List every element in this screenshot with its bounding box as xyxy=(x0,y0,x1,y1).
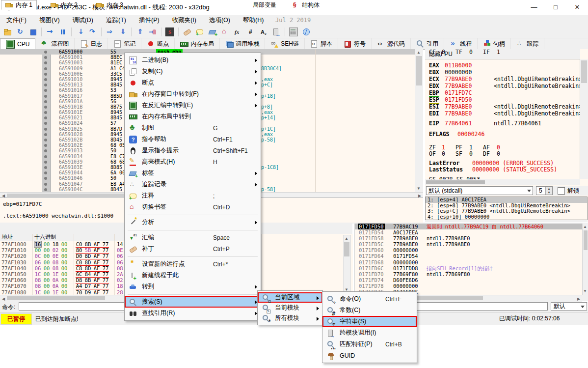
toolbar-button[interactable] xyxy=(117,27,129,37)
stack-vertical-scrollbar[interactable]: ▲ ▼ xyxy=(582,224,588,295)
context-menu-item[interactable]: 汇编 Space xyxy=(125,232,261,243)
context-menu-item[interactable]: 在内存布局中转到 xyxy=(125,111,261,122)
menu-bar-item[interactable]: 视图(V) xyxy=(33,15,66,26)
menu-bar-item[interactable]: 调试(D) xyxy=(66,15,100,26)
stack-row[interactable]: 0171FD60 00000000 xyxy=(355,247,583,253)
tab-memory-3[interactable]: 内存 3 xyxy=(92,0,127,10)
view-tab[interactable]: 源代码 xyxy=(372,38,411,49)
calling-convention-select[interactable]: 默认 (stdcall) xyxy=(426,186,533,195)
context-menu-item[interactable]: 在内存窗口中转到(F) xyxy=(125,88,261,100)
menu-bar-item[interactable]: 追踪(T) xyxy=(100,15,133,26)
instruction-dot-icon[interactable] xyxy=(44,155,47,158)
toolbar-button[interactable] xyxy=(71,28,72,36)
stack-row[interactable]: 0171FD68 00000000 xyxy=(355,259,583,265)
stack-row[interactable]: 0171FD54 A0C17EEA xyxy=(355,229,583,235)
argument-count-spinner[interactable]: 5▲▼ xyxy=(536,186,553,195)
instruction-dot-icon[interactable] xyxy=(44,67,47,70)
stack-row[interactable]: 0171FD74 D60FE6D6 xyxy=(355,277,583,283)
disassembly-vertical-scrollbar[interactable]: ▲ ▼ xyxy=(415,49,423,192)
view-tab[interactable]: 日志 xyxy=(75,38,108,49)
register-row[interactable]: ESP 0171FD50 xyxy=(425,96,580,103)
submenu-item[interactable]: * 所有模块 xyxy=(258,313,322,323)
context-menu-item[interactable] xyxy=(125,292,261,296)
register-row[interactable]: EDI 77B9ABE0 <ntdll.DbgUiRemoteBreakin> xyxy=(425,110,580,117)
submenu-item[interactable]: … 匹配特征(P) Ctrl+B xyxy=(322,339,417,350)
instruction-dot-icon[interactable] xyxy=(44,56,47,59)
context-menu-item[interactable]: 断点 xyxy=(125,77,261,88)
menu-bar-item[interactable]: 收藏夹(I) xyxy=(166,15,203,26)
toolbar-button[interactable] xyxy=(44,27,56,37)
instruction-dot-icon[interactable] xyxy=(44,100,47,103)
maximize-button[interactable]: □ xyxy=(545,0,566,15)
submenu-item[interactable]: › 命令(O) Ctrl+F xyxy=(322,293,417,305)
instruction-dot-icon[interactable] xyxy=(44,144,47,147)
context-menu-item[interactable]: 切换书签 Ctrl+D xyxy=(125,201,261,213)
menu-bar-item[interactable]: 选项(O) xyxy=(203,15,237,26)
context-menu-item[interactable]: 制图 G xyxy=(125,122,261,134)
toolbar-button[interactable] xyxy=(101,28,102,36)
view-tab[interactable]: 内存布局 xyxy=(175,38,220,49)
context-menu-item[interactable] xyxy=(125,228,261,232)
view-tab[interactable]: 断点 xyxy=(141,38,175,49)
locals-vertical-scrollbar[interactable]: ▲ ▼ xyxy=(343,235,351,294)
view-tab[interactable]: 线程 xyxy=(444,38,478,49)
submenu-item[interactable]: # 常数(C) xyxy=(322,305,417,316)
context-menu-item[interactable]: 设置新的运行点 Ctrl+* xyxy=(125,258,261,270)
view-tab[interactable]: 脚本 xyxy=(305,38,338,49)
instruction-dot-icon[interactable] xyxy=(44,106,47,109)
minimize-button[interactable]: — xyxy=(523,0,545,15)
context-menu-item[interactable]: 二进制(B) xyxy=(125,55,261,66)
context-menu-item[interactable]: 注释 ; xyxy=(125,190,261,201)
stack-row[interactable]: 0171FD6C 0171FDD8 指向SEH_Record[1]的指针 xyxy=(355,265,583,271)
context-menu-item[interactable]: 新建线程于此 xyxy=(125,270,261,281)
submenu-item[interactable]: “ 字符串(S) xyxy=(322,316,417,327)
toolbar-button[interactable] xyxy=(14,27,26,37)
toolbar-button[interactable] xyxy=(134,27,146,37)
context-menu-item[interactable] xyxy=(125,213,261,217)
instruction-dot-icon[interactable] xyxy=(44,177,47,180)
toolbar-button[interactable] xyxy=(258,27,269,37)
register-row[interactable]: EAX 01186000 xyxy=(425,62,580,69)
instruction-dot-icon[interactable] xyxy=(44,95,47,98)
tab-memory-1[interactable]: 内存 1 xyxy=(1,0,37,10)
instruction-dot-icon[interactable] xyxy=(44,188,47,191)
register-row[interactable]: ESI 77B9ABE0 <ntdll.DbgUiRemoteBreakin> xyxy=(425,103,580,110)
view-tab[interactable]: 跟踪 xyxy=(511,38,544,49)
context-menu-item[interactable]: 高亮模式(H) H xyxy=(125,156,261,168)
instruction-dot-icon[interactable] xyxy=(44,133,47,136)
view-tab[interactable]: SEH链 xyxy=(265,38,305,49)
toolbar-button[interactable] xyxy=(131,28,132,36)
toolbar-button[interactable] xyxy=(219,27,231,37)
stack-pane[interactable]: 0171FD50 77B9AC19 返回到 ntdll.77B9AC19 自 n… xyxy=(354,224,583,295)
stack-row[interactable]: 0171FD78 00000000 xyxy=(355,283,583,289)
command-mode-select[interactable]: 默认 xyxy=(551,302,587,311)
context-menu-item[interactable]: 转到 xyxy=(125,281,261,292)
registers-horizontal-scrollbar[interactable] xyxy=(425,179,580,185)
submenu-item[interactable]: □ 当前模块 xyxy=(258,303,322,313)
instruction-dot-icon[interactable] xyxy=(44,89,47,92)
toolbar-button[interactable] xyxy=(87,27,99,37)
stack-row[interactable]: 0171FD70 77B69F80 ntdll.77B69F80 xyxy=(355,271,583,277)
toolbar-button[interactable] xyxy=(285,28,285,36)
arguments-scrollbar[interactable] xyxy=(425,220,588,222)
menu-bar-item[interactable]: 文件(F) xyxy=(0,15,33,26)
menu-bar-item[interactable]: 插件(P) xyxy=(133,15,166,26)
locals-pane[interactable]: ▲ ▼ xyxy=(261,234,353,295)
instruction-dot-icon[interactable] xyxy=(44,61,47,64)
tab-locals[interactable]: 局部变量 xyxy=(239,0,280,10)
view-tab[interactable]: CPU xyxy=(0,38,35,50)
flags-row[interactable]: CF0 TF0 IF1 xyxy=(425,49,580,56)
view-tab[interactable]: 符号 xyxy=(338,38,372,49)
tab-struct[interactable]: 结构体 xyxy=(288,0,323,10)
context-menu-item[interactable]: 搜索(S) xyxy=(125,296,261,308)
spinner-arrows-icon[interactable]: ▲▼ xyxy=(545,187,552,195)
instruction-dot-icon[interactable] xyxy=(44,84,47,86)
toolbar-button[interactable] xyxy=(57,27,69,37)
argument-row[interactable]: 1: [esp+4] A0C17EEA xyxy=(426,197,587,203)
register-row[interactable]: EBX 00000000 xyxy=(425,69,580,76)
view-tab[interactable]: 引用 xyxy=(411,38,444,49)
context-menu-item[interactable]: 在反汇编中转到(E) xyxy=(125,100,261,111)
stack-row[interactable]: 0171FD58 77B9ABE0 ntdll.77B9ABE0 xyxy=(355,235,583,241)
toolbar-button[interactable] xyxy=(104,27,116,37)
context-menu-item[interactable]: 分析 xyxy=(125,217,261,228)
